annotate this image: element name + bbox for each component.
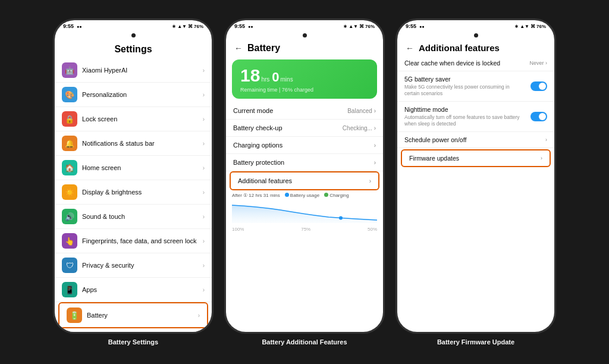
dot-1: ●● (77, 24, 81, 29)
status-bar-1: 9:55 ●● ∗ ▲▼ ⌘ 76% (55, 20, 212, 32)
battery-value-charging_options: › (374, 142, 376, 149)
icon-homescreen: 🏠 (62, 160, 77, 175)
battery-value-current_mode: Balanced › (347, 108, 376, 114)
settings-item-fingerprints[interactable]: 👆 Fingerprints, face data, and screen lo… (55, 229, 212, 253)
phone2-wrapper: 9:55 ●● ∗ ▲▼ ⌘ 76% ← Battery 18 hrs (224, 18, 385, 346)
feature-item-nighttime[interactable]: Nighttime mode Automatically turn off so… (397, 102, 554, 132)
time-2: 9:55 (234, 23, 245, 29)
battery-value-battery_protection: › (374, 159, 376, 166)
feature-row-clear_cache: Clear cache when device is locked Never … (404, 59, 547, 67)
icon-privacy: 🛡 (62, 258, 77, 273)
battery-hours: 18 (240, 65, 260, 86)
feature-title-schedule_power: Schedule power on/off (404, 136, 541, 143)
icon-apps: 📱 (62, 282, 77, 297)
phone1-label: Battery Settings (108, 338, 158, 346)
label-display: Display & brightness (82, 189, 203, 196)
battery-header: ← Battery (226, 38, 383, 56)
settings-item-notifications[interactable]: 🔔 Notifications & status bar › (55, 131, 212, 156)
settings-item-display[interactable]: ☀️ Display & brightness › (55, 180, 212, 205)
battery-item-current_mode[interactable]: Current mode Balanced › (226, 102, 383, 120)
feature-row-nighttime: Nighttime mode Automatically turn off so… (404, 106, 547, 127)
label-hyperai: Xiaomi HyperAI (82, 67, 203, 74)
chevron-apps: › (203, 287, 205, 293)
settings-title: Settings (55, 38, 212, 58)
wifi-icon: ⌘ (188, 24, 193, 29)
bt-icon-2: ∗ (343, 24, 347, 29)
chevron-personalization: › (203, 92, 205, 98)
chevron-firmware_updates: › (541, 155, 542, 161)
camera-dot-1 (131, 33, 136, 37)
features-header: ← Additional features (397, 38, 554, 55)
screen-2: ← Battery 18 hrs 0 mins Remaining time |… (226, 38, 383, 332)
screen-1: Settings 🤖 Xiaomi HyperAI › 🎨 Personaliz… (55, 38, 212, 332)
settings-item-battery[interactable]: 🔋 Battery › (58, 302, 208, 328)
battery-item-charging_options[interactable]: Charging options › (226, 137, 383, 154)
feature-row-5g_saver: 5G battery saver Make 5G connectivity le… (404, 76, 547, 97)
battery-label-battery_protection: Battery protection (233, 159, 284, 166)
status-bar-2: 9:55 ●● ∗ ▲▼ ⌘ 76% (226, 20, 383, 32)
settings-item-lockscreen[interactable]: 🔒 Lock screen › (55, 107, 212, 131)
chart-svg (232, 199, 377, 223)
chevron-lockscreen: › (203, 116, 205, 123)
settings-item-sound[interactable]: 🔊 Sound & touch › (55, 205, 212, 229)
settings-item-hyperai[interactable]: 🤖 Xiaomi HyperAI › (55, 58, 212, 83)
battery-hrs-label: hrs (261, 76, 269, 83)
time-1: 9:55 (63, 23, 74, 29)
icon-notifications: 🔔 (62, 136, 77, 151)
chevron-homescreen: › (203, 165, 205, 171)
battery-card: 18 hrs 0 mins Remaining time | 76% charg… (232, 59, 377, 99)
feature-title-5g_saver: 5G battery saver (404, 76, 526, 83)
settings-item-apps[interactable]: 📱 Apps › (55, 278, 212, 302)
features-title: Additional features (419, 43, 500, 53)
battery-item-battery_checkup[interactable]: Battery check-up Checking... › (226, 120, 383, 137)
battery-item-battery_protection[interactable]: Battery protection › (226, 154, 383, 171)
feature-item-5g_saver[interactable]: 5G battery saver Make 5G connectivity le… (397, 71, 554, 102)
icon-fingerprints: 👆 (62, 233, 77, 249)
battery-value-battery_checkup: Checking... › (343, 125, 376, 131)
bt-icon-3: ∗ (514, 24, 519, 29)
dot-3: ●● (419, 24, 424, 29)
value-clear_cache: Never › (529, 60, 547, 66)
toggle-5g_saver[interactable] (530, 81, 547, 91)
settings-item-healthy[interactable]: 💚 Healthy device usage › (55, 328, 212, 332)
feature-item-schedule_power[interactable]: Schedule power on/off › (397, 132, 554, 148)
label-apps: Apps (82, 286, 203, 293)
label-sound: Sound & touch (82, 213, 203, 220)
settings-item-personalization[interactable]: 🎨 Personalization › (55, 83, 212, 107)
feature-item-firmware_updates[interactable]: Firmware updates › (401, 149, 551, 167)
camera-bar-3 (397, 32, 554, 38)
battery-label-additional_features: Additional features (238, 177, 292, 184)
phone1-wrapper: 9:55 ●● ∗ ▲▼ ⌘ 76% Settings 🤖 Xiaomi Hyp… (53, 18, 214, 346)
battery-mins: 0 (272, 70, 279, 85)
battery-label-battery_checkup: Battery check-up (233, 124, 282, 131)
icon-sound: 🔊 (62, 209, 77, 224)
camera-dot-3 (474, 33, 478, 37)
battery-remaining: Remaining time | 76% charged (240, 87, 369, 93)
svg-point-0 (339, 216, 343, 220)
after-label: After ① 12 hrs 31 mins (232, 193, 280, 198)
wifi-icon-2: ⌘ (359, 24, 364, 29)
battery-2: 76% (365, 24, 375, 29)
feature-row-schedule_power: Schedule power on/off › (404, 136, 547, 143)
label-battery: Battery (87, 312, 198, 319)
feature-item-clear_cache[interactable]: Clear cache when device is locked Never … (397, 55, 554, 71)
icon-personalization: 🎨 (62, 87, 77, 102)
battery-value-additional_features: › (369, 178, 371, 184)
phone3-label: Battery Firmware Update (437, 338, 514, 346)
settings-item-privacy[interactable]: 🛡 Privacy & security › (55, 253, 212, 278)
battery-label-current_mode: Current mode (233, 107, 273, 114)
chevron-battery: › (198, 312, 200, 319)
chevron-hyperai: › (203, 67, 205, 74)
settings-item-homescreen[interactable]: 🏠 Home screen › (55, 156, 212, 180)
features-list: Clear cache when device is locked Never … (397, 55, 554, 332)
battery-item-additional_features[interactable]: Additional features › (230, 171, 379, 190)
label-homescreen: Home screen (82, 164, 203, 171)
icon-hyperai: 🤖 (62, 62, 77, 78)
feature-title-clear_cache: Clear cache when device is locked (404, 59, 525, 67)
back-arrow-2[interactable]: ← (234, 43, 243, 53)
label-notifications: Notifications & status bar (82, 140, 203, 147)
back-arrow-3[interactable]: ← (406, 43, 414, 53)
icon-lockscreen: 🔒 (62, 111, 77, 127)
screen-3: ← Additional features Clear cache when d… (397, 38, 554, 332)
toggle-nighttime[interactable] (530, 112, 547, 121)
